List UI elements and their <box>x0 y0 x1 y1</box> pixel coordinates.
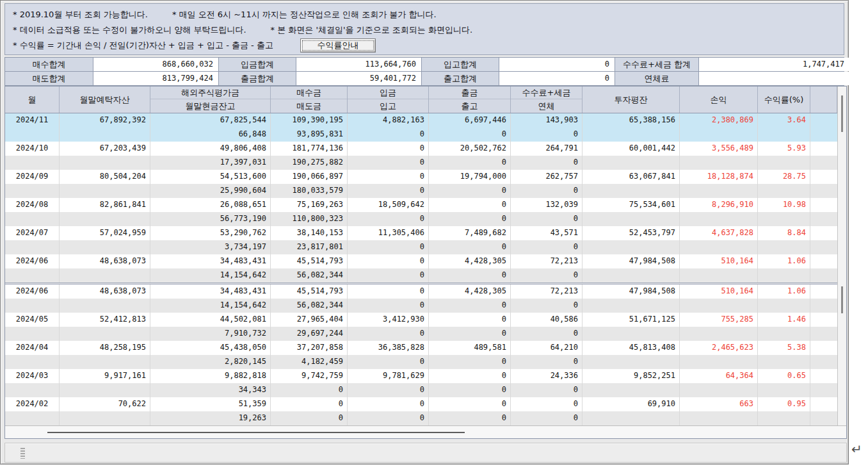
profit-cell-sub <box>680 128 758 142</box>
return-rate-cell: 5.38 <box>758 341 810 355</box>
profit-cell-sub <box>680 184 758 198</box>
buy-amount-cell: 38,140,153 <box>271 226 348 240</box>
avg-invest-cell-sub <box>583 299 680 313</box>
return-rate-guide-button[interactable]: 수익률안내 <box>300 38 376 53</box>
assets-cell-sub <box>60 299 150 313</box>
vertical-scrollbar-thumb-bottom[interactable] <box>841 286 843 313</box>
return-rate-cell: 1.06 <box>758 284 810 299</box>
filler-cell <box>810 327 837 341</box>
stock-in-cell: 0 <box>348 411 429 425</box>
withdraw-cell: 7,489,682 <box>429 226 511 240</box>
notice-line-1: * 2019.10월 부터 조회 가능합니다. * 매일 오전 6시 ~11시 … <box>13 7 836 22</box>
return-rate-cell: 5.93 <box>758 142 810 156</box>
table-row-2024-09[interactable]: 2024/0980,504,20454,513,600190,066,89701… <box>5 170 837 198</box>
fee-tax-cell: 72,213 <box>511 254 583 268</box>
table-row-2024-06[interactable]: 2024/0648,638,07334,483,43145,514,79304,… <box>5 254 837 283</box>
overdue-cell: 0 <box>511 212 583 226</box>
month-cell: 2024/10 <box>5 142 60 156</box>
table-row-2024-07[interactable]: 2024/0757,024,95953,290,76238,140,15311,… <box>5 226 837 254</box>
table-row-2024-06[interactable]: 2024/0648,638,07334,483,43145,514,79304,… <box>5 284 837 313</box>
overseas-eval-cell: 67,825,544 <box>150 113 271 128</box>
avg-invest-cell: 52,453,797 <box>583 226 680 240</box>
col-header-deposit: 입금 <box>348 86 428 99</box>
return-cell-sub <box>758 240 810 254</box>
filler-cell <box>810 184 837 198</box>
stock-in-cell: 0 <box>348 184 429 198</box>
resize-grip-icon[interactable] <box>20 448 25 459</box>
avg-invest-cell-sub <box>583 184 680 198</box>
deposit-cell: 0 <box>348 254 429 268</box>
month-main-subrow: 2024/0552,412,81344,502,08127,965,4043,4… <box>5 313 837 327</box>
month-cell-sub <box>5 355 60 369</box>
table-row-2024-03[interactable]: 2024/039,917,1619,882,8189,742,7599,781,… <box>5 369 837 397</box>
profit-loss-cell: 663 <box>680 397 758 411</box>
fee-tax-cell: 64,210 <box>511 341 583 355</box>
sell-amount-cell: 110,800,323 <box>271 212 348 226</box>
vertical-scrollbar-thumb-top[interactable] <box>841 95 843 132</box>
stock-out-cell: 0 <box>429 128 511 142</box>
buy-total-value: 868,660,032 <box>93 58 218 71</box>
month-end-cash-cell: 25,990,604 <box>150 184 271 198</box>
table-row-2024-11[interactable]: 2024/1167,892,39267,825,544109,390,1954,… <box>5 113 837 142</box>
filler-cell <box>810 313 837 327</box>
stock-in-cell: 0 <box>348 156 429 170</box>
overdue-cell: 0 <box>511 184 583 198</box>
col-header-fee-tax: 수수료+세금 <box>511 86 582 99</box>
month-end-cash-cell: 14,154,642 <box>150 299 271 313</box>
fee-tax-cell: 72,213 <box>511 284 583 299</box>
overseas-eval-cell: 49,806,408 <box>150 142 271 156</box>
profit-loss-cell: 4,637,828 <box>680 226 758 240</box>
profit-loss-cell: 8,296,910 <box>680 198 758 212</box>
profit-cell-sub <box>680 212 758 226</box>
month-main-subrow: 2024/1067,203,43949,806,408181,774,13602… <box>5 142 837 156</box>
return-cell-sub <box>758 268 810 283</box>
vertical-scrollbar[interactable] <box>837 86 846 425</box>
filler-cell <box>810 299 837 313</box>
profit-cell-sub <box>680 383 758 397</box>
filler-cell <box>810 411 837 425</box>
stock-out-cell: 0 <box>429 268 511 283</box>
month-end-assets-cell: 82,861,841 <box>60 198 150 212</box>
buy-amount-cell: 45,514,793 <box>271 254 348 268</box>
overseas-eval-cell: 51,359 <box>150 397 271 411</box>
stock-in-cell: 0 <box>348 299 429 313</box>
col-header-stock-in: 입고 <box>348 99 428 113</box>
table-row-2024-05[interactable]: 2024/0552,412,81344,502,08127,965,4043,4… <box>5 313 837 341</box>
col-header-withdraw-stockout: 출금 출고 <box>429 86 511 113</box>
overseas-eval-cell: 34,483,431 <box>150 254 271 268</box>
month-end-assets-cell: 48,638,073 <box>60 254 150 268</box>
sell-amount-cell: 23,817,801 <box>271 240 348 254</box>
stock-out-total-value: 0 <box>499 72 615 85</box>
month-end-assets-cell: 70,622 <box>60 397 150 411</box>
avg-invest-cell: 51,671,125 <box>583 313 680 327</box>
return-cell-sub <box>758 299 810 313</box>
table-row-2024-02[interactable]: 2024/0270,62251,359000069,9106630.9519,2… <box>5 397 837 425</box>
horizontal-scrollbar-thumb[interactable] <box>47 432 465 433</box>
filler-cell <box>810 383 837 397</box>
overdue-fee-value <box>699 72 849 85</box>
overseas-eval-cell: 44,502,081 <box>150 313 271 327</box>
month-end-cash-cell: 17,397,031 <box>150 156 271 170</box>
return-cell-sub <box>758 156 810 170</box>
month-main-subrow: 2024/0882,861,84126,088,65175,169,26318,… <box>5 198 837 212</box>
table-row-2024-10[interactable]: 2024/1067,203,43949,806,408181,774,13602… <box>5 142 837 170</box>
withdraw-cell: 4,428,305 <box>429 284 511 299</box>
table-row-2024-08[interactable]: 2024/0882,861,84126,088,65175,169,26318,… <box>5 198 837 226</box>
fee-tax-cell: 264,791 <box>511 142 583 156</box>
month-secondary-subrow: 19,2630000 <box>5 411 837 425</box>
table-row-2024-04[interactable]: 2024/0448,258,19545,438,05037,207,85836,… <box>5 341 837 369</box>
withdraw-cell: 0 <box>429 313 511 327</box>
assets-cell-sub <box>60 212 150 226</box>
profit-cell-sub <box>680 327 758 341</box>
horizontal-scrollbar[interactable] <box>5 425 846 438</box>
filler-cell <box>810 341 837 355</box>
overdue-cell: 0 <box>511 383 583 397</box>
filler-cell <box>810 212 837 226</box>
overdue-cell: 0 <box>511 411 583 425</box>
filler-cell <box>810 369 837 383</box>
stock-in-total-label: 입고합계 <box>422 58 499 71</box>
overdue-cell: 0 <box>511 268 583 283</box>
deposit-cell: 11,305,406 <box>348 226 429 240</box>
month-cell-sub <box>5 212 60 226</box>
profit-loss-cell: 2,380,869 <box>680 113 758 128</box>
